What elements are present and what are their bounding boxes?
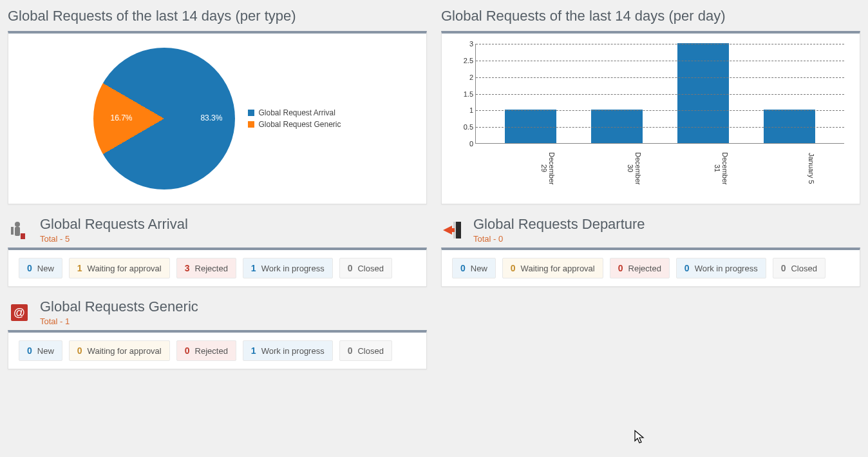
generic-total: Total - 1	[40, 316, 198, 326]
y-tick-label: 0.5	[458, 123, 473, 131]
section-arrival: Global Requests Arrival Total - 5 0New 1…	[8, 216, 427, 287]
stat-arrival-work[interactable]: 1Work in progress	[243, 258, 333, 278]
departure-total: Total - 0	[473, 234, 645, 244]
generic-icon: @	[8, 301, 31, 324]
stat-arrival-rejected[interactable]: 3Rejected	[176, 258, 236, 278]
stat-generic-waiting[interactable]: 0Waiting for approval	[69, 340, 170, 361]
stat-generic-work[interactable]: 1Work in progress	[243, 340, 333, 361]
stat-arrival-waiting[interactable]: 1Waiting for approval	[69, 258, 170, 278]
stat-generic-rejected[interactable]: 0Rejected	[176, 340, 236, 361]
svg-point-0	[15, 222, 20, 227]
section-departure: Global Requests Departure Total - 0 0New…	[441, 216, 860, 287]
svg-marker-6	[443, 226, 455, 235]
pie-slice-label: 16.7%	[110, 113, 132, 122]
stat-arrival-closed[interactable]: 0Closed	[339, 258, 392, 278]
bar-chart: 00.511.522.53	[475, 44, 844, 144]
departure-title: Global Requests Departure	[473, 216, 645, 233]
svg-rect-3	[21, 233, 25, 239]
svg-rect-1	[15, 227, 20, 236]
arrival-title: Global Requests Arrival	[40, 216, 188, 233]
pie-title: Global Requests of the last 14 days (per…	[8, 8, 427, 24]
y-tick-label: 2.5	[458, 57, 473, 64]
legend-item: Global Request Arrival	[248, 108, 341, 117]
y-tick-label: 0	[458, 140, 473, 148]
x-tick-label: December 31	[677, 144, 729, 189]
departure-icon	[441, 219, 464, 242]
pie-slice-label: 83.3%	[200, 113, 222, 122]
stat-generic-closed[interactable]: 0Closed	[339, 340, 392, 361]
pie-card: 83.3%16.7% Global Request ArrivalGlobal …	[8, 31, 427, 204]
bar	[677, 43, 729, 143]
pie-legend: Global Request ArrivalGlobal Request Gen…	[248, 108, 341, 129]
x-tick-label: December 29	[504, 144, 556, 189]
dashboard: Global Requests of the last 14 days (per…	[8, 8, 860, 369]
pie-chart: 83.3%16.7%	[93, 48, 235, 190]
y-tick-label: 3	[458, 40, 473, 48]
svg-rect-2	[11, 227, 14, 235]
stat-departure-closed[interactable]: 0Closed	[773, 258, 826, 278]
stat-departure-work[interactable]: 0Work in progress	[676, 258, 766, 278]
panel-pie: Global Requests of the last 14 days (per…	[8, 8, 427, 204]
generic-title: Global Requests Generic	[40, 298, 198, 315]
x-tick-label: December 30	[590, 144, 642, 189]
y-tick-label: 1.5	[458, 90, 473, 98]
x-tick-label: January 5	[764, 144, 815, 189]
stat-departure-rejected[interactable]: 0Rejected	[610, 258, 670, 278]
stat-departure-new[interactable]: 0New	[452, 258, 496, 278]
y-tick-label: 1	[458, 106, 473, 114]
section-generic: @ Global Requests Generic Total - 1 0New…	[8, 298, 427, 369]
stat-arrival-new[interactable]: 0New	[19, 258, 62, 278]
y-tick-label: 2	[458, 73, 473, 81]
stat-departure-waiting[interactable]: 0Waiting for approval	[502, 258, 603, 278]
svg-text:@: @	[14, 306, 25, 319]
bar-card: 00.511.522.53 December 29December 30Dece…	[441, 31, 860, 204]
stat-generic-new[interactable]: 0New	[19, 340, 62, 361]
arrival-total: Total - 5	[40, 234, 188, 244]
panel-bar: Global Requests of the last 14 days (per…	[441, 8, 860, 204]
arrival-icon	[8, 219, 31, 242]
bar-title: Global Requests of the last 14 days (per…	[441, 8, 860, 24]
legend-item: Global Request Generic	[248, 120, 341, 129]
